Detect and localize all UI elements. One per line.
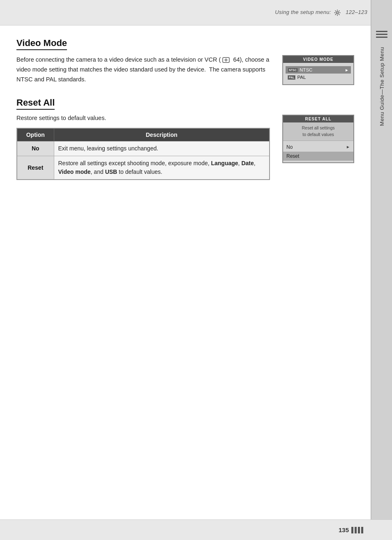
table-header-description: Description xyxy=(54,128,270,141)
table-row: No Exit menu, leaving settings unchanged… xyxy=(17,141,270,156)
reset-all-left: Restore settings to default values. Opti… xyxy=(16,115,270,180)
reset-all-menu: RESET ALL Reset all settingsto default v… xyxy=(282,115,354,163)
reset-all-menu-items: No ► Reset xyxy=(283,141,353,162)
top-bar: Using the setup menu: 122–123 xyxy=(0,0,392,25)
ntsc-icon: NTSC xyxy=(288,68,298,72)
video-mode-menu: VIDEO MODE NTSC NTSC ► PAL PAL xyxy=(282,55,354,85)
desc-reset: Restore all settings except shooting mod… xyxy=(54,156,270,180)
menu-item-pal: PAL PAL xyxy=(286,74,351,81)
reset-menu-item-no: No ► xyxy=(283,143,353,152)
desc-no: Exit menu, leaving settings unchanged. xyxy=(54,141,270,156)
option-reset: Reset xyxy=(17,156,54,180)
video-mode-menu-title: VIDEO MODE xyxy=(283,56,353,63)
ntsc-label: NTSC xyxy=(300,67,312,72)
right-sidebar: Menu Guide—The Setup Menu xyxy=(371,0,392,540)
reset-all-description: Restore settings to default values. xyxy=(16,115,270,121)
reset-no-arrow: ► xyxy=(346,145,350,149)
option-no: No xyxy=(17,141,54,156)
table-row: Reset Restore all settings except shooti… xyxy=(17,156,270,180)
menu-item-ntsc: NTSC NTSC ► xyxy=(286,66,351,74)
video-mode-text: Before connecting the camera to a video … xyxy=(16,55,270,85)
pal-label: PAL xyxy=(297,75,306,80)
page-lines-icon xyxy=(351,527,363,533)
reference-icon xyxy=(222,57,230,63)
reset-all-body: Restore settings to default values. Opti… xyxy=(16,115,354,180)
reset-all-section: Reset All Restore settings to default va… xyxy=(16,97,354,180)
page-number: 135 xyxy=(339,526,349,533)
reset-menu-item-reset: Reset xyxy=(283,152,353,161)
video-mode-menu-body: NTSC NTSC ► PAL PAL xyxy=(283,63,353,84)
main-content: Video Mode Before connecting the camera … xyxy=(0,25,371,519)
gear-icon xyxy=(334,9,341,16)
video-mode-section: Video Mode Before connecting the camera … xyxy=(16,38,354,85)
reset-all-menu-title: RESET ALL xyxy=(283,115,353,122)
table-header-option: Option xyxy=(17,128,54,141)
option-table: Option Description No Exit menu, leaving… xyxy=(16,128,270,180)
video-mode-body: Before connecting the camera to a video … xyxy=(16,55,354,85)
svg-point-0 xyxy=(337,12,339,14)
sidebar-lines-icon xyxy=(376,30,387,39)
header-text: Using the setup menu: 122–123 xyxy=(275,9,367,16)
page-range: 122–123 xyxy=(346,9,367,15)
bottom-bar: 135 xyxy=(0,519,392,540)
ntsc-arrow: ► xyxy=(345,68,349,72)
reset-all-title: Reset All xyxy=(16,97,55,110)
reset-no-label: No xyxy=(286,144,293,150)
video-mode-title: Video Mode xyxy=(16,38,67,50)
reset-reset-label: Reset xyxy=(286,153,299,159)
sidebar-label: Menu Guide—The Setup Menu xyxy=(379,47,385,126)
reset-all-menu-subtitle: Reset all settingsto default values xyxy=(283,122,353,141)
pal-icon: PAL xyxy=(288,75,295,80)
